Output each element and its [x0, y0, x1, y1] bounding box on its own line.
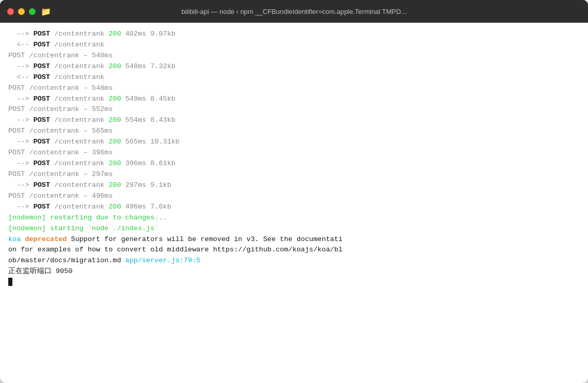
- koa-warn-line1: koa deprecated Support for generators wi…: [8, 234, 580, 245]
- cursor-line: [8, 277, 580, 288]
- log-line: --> POST /contentrank 200 549ms 8.45kb: [8, 94, 580, 105]
- log-line: --> POST /contentrank 200 548ms 7.32kb: [8, 61, 580, 72]
- nodemon-restart-line: [nodemon] restarting due to changes...: [8, 213, 580, 224]
- log-line: POST /contentrank – 396ms: [8, 148, 580, 158]
- log-line: <-- POST /contentrank: [8, 72, 580, 83]
- log-line: POST /contentrank – 297ms: [8, 169, 580, 180]
- log-line: --> POST /contentrank 200 396ms 8.61kb: [8, 158, 580, 169]
- log-line: POST /contentrank – 496ms: [8, 191, 580, 202]
- log-line: POST /contentrank – 548ms: [8, 51, 580, 61]
- log-line: --> POST /contentrank 200 402ms 9.07kb: [8, 29, 580, 40]
- log-line: --> POST /contentrank 200 297ms 9.1kb: [8, 180, 580, 191]
- koa-warn-line2: on for examples of how to convert old mi…: [8, 245, 580, 256]
- terminal-body[interactable]: --> POST /contentrank 200 402ms 9.07kb <…: [0, 23, 588, 383]
- log-line: POST /contentrank – 565ms: [8, 126, 580, 137]
- window-title: bilibili-api — node ‹ npm __CFBundleIden…: [182, 8, 407, 15]
- listening-line: 正在监听端口 9050: [8, 266, 580, 277]
- titlebar: 📁 bilibili-api — node ‹ npm __CFBundleId…: [0, 0, 588, 23]
- minimize-button[interactable]: [18, 8, 25, 15]
- log-line: --> POST /contentrank 200 554ms 8.43kb: [8, 115, 580, 126]
- traffic-lights: [7, 8, 36, 15]
- close-button[interactable]: [7, 8, 14, 15]
- log-line: POST /contentrank – 552ms: [8, 104, 580, 115]
- nodemon-start-line: [nodemon] starting `node ./index.js`: [8, 224, 580, 234]
- folder-icon: 📁: [41, 7, 51, 17]
- terminal-cursor: [8, 278, 12, 286]
- terminal-window: 📁 bilibili-api — node ‹ npm __CFBundleId…: [0, 0, 588, 383]
- log-line: POST /contentrank – 548ms: [8, 83, 580, 94]
- log-line: --> POST /contentrank 200 496ms 7.6kb: [8, 202, 580, 213]
- log-line: --> POST /contentrank 200 565ms 10.31kb: [8, 137, 580, 148]
- log-line: <-- POST /contentrank: [8, 40, 580, 51]
- maximize-button[interactable]: [29, 8, 36, 15]
- koa-warn-line3: ob/master/docs/migration.md app/server.j…: [8, 256, 580, 266]
